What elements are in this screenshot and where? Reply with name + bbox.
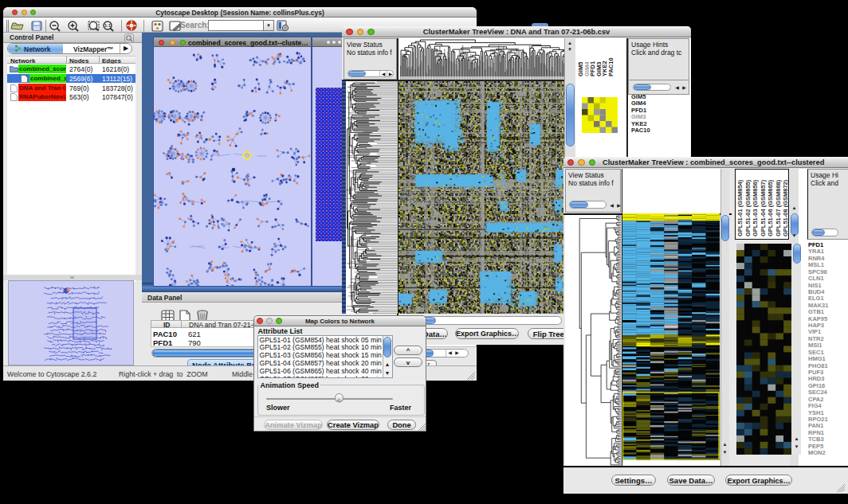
svg-text:1:1: 1:1 [104,23,111,28]
